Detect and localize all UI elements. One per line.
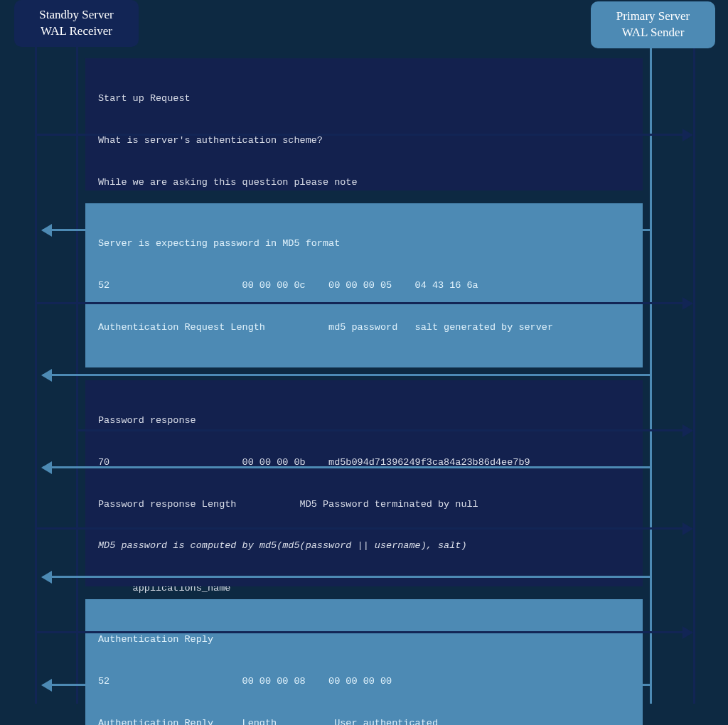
text-line: Password response Length MD5 Password te… xyxy=(98,498,633,512)
server-expecting-md5-box: Server is expecting password in MD5 form… xyxy=(85,203,643,367)
password-response-box: Password response 70 00 00 00 0b md5b094… xyxy=(85,380,643,586)
lifeline-primary-outer xyxy=(693,43,695,704)
text-line: Authentication Reply xyxy=(98,633,633,647)
arrow-left-icon xyxy=(43,466,651,468)
standby-title-1: Standby Server xyxy=(28,7,124,23)
text-line: 52 00 00 00 08 00 00 00 00 xyxy=(98,675,633,689)
standby-server-header: Standby Server WAL Receiver xyxy=(14,0,139,47)
standby-title-2: WAL Receiver xyxy=(28,23,124,40)
lifeline-primary-inner xyxy=(650,43,652,704)
lifeline-standby-inner xyxy=(76,43,78,704)
primary-title-1: Primary Server xyxy=(605,9,701,25)
arrow-right-icon xyxy=(77,429,692,431)
arrow-left-icon xyxy=(43,374,651,376)
lifeline-standby-outer xyxy=(35,43,37,704)
text-line: MD5 password is computed by md5(md5(pass… xyxy=(98,539,633,553)
text-line: 52 00 00 00 0c 00 00 00 05 04 43 16 6a xyxy=(98,279,633,293)
arrow-left-icon xyxy=(43,229,651,231)
startup-request-box: Start up Request What is server's authen… xyxy=(85,58,643,190)
authentication-reply-box: Authentication Reply 52 00 00 00 08 00 0… xyxy=(85,599,643,725)
text-line: Password response xyxy=(98,414,633,428)
primary-title-2: WAL Sender xyxy=(605,25,701,41)
text-line: Server is expecting password in MD5 form… xyxy=(98,237,633,251)
arrow-right-icon xyxy=(36,134,692,136)
text-line: Authentication Reply Length User authent… xyxy=(98,716,633,725)
arrow-right-icon xyxy=(36,631,692,633)
text-line: While we are asking this question please… xyxy=(98,176,633,190)
arrow-left-icon xyxy=(43,684,651,686)
text-line: Start up Request xyxy=(98,92,633,106)
text-line: Authentication Request Length md5 passwo… xyxy=(98,321,633,335)
arrow-right-icon xyxy=(36,302,692,304)
arrow-right-icon xyxy=(36,527,692,530)
arrow-left-icon xyxy=(43,576,651,578)
primary-server-header: Primary Server WAL Sender xyxy=(591,1,715,48)
